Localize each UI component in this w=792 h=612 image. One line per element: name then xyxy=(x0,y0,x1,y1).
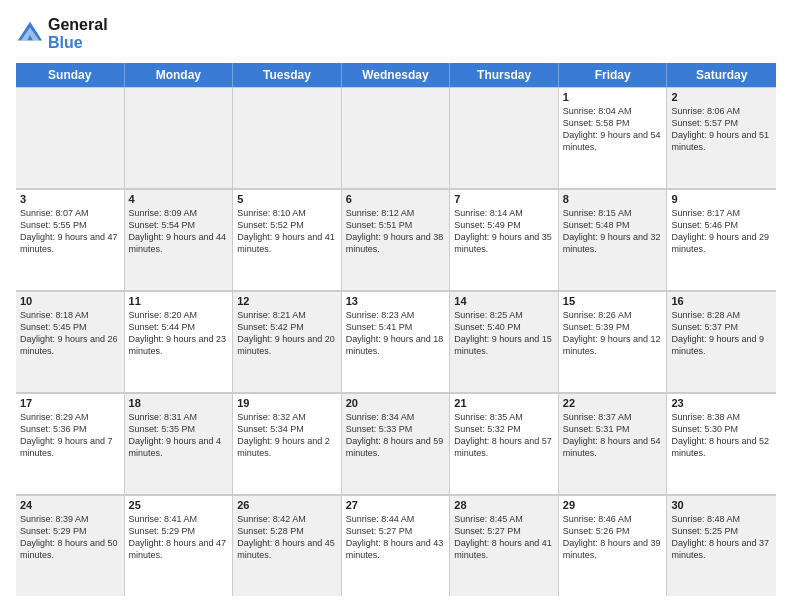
day-number: 27 xyxy=(346,499,446,511)
day-number: 3 xyxy=(20,193,120,205)
day-info: Sunrise: 8:07 AMSunset: 5:55 PMDaylight:… xyxy=(20,207,120,256)
calendar-body: 1Sunrise: 8:04 AMSunset: 5:58 PMDaylight… xyxy=(16,87,776,596)
day-header-friday: Friday xyxy=(559,63,668,87)
calendar-cell: 25Sunrise: 8:41 AMSunset: 5:29 PMDayligh… xyxy=(125,495,234,596)
calendar-cell: 6Sunrise: 8:12 AMSunset: 5:51 PMDaylight… xyxy=(342,189,451,290)
day-number: 23 xyxy=(671,397,772,409)
day-number: 5 xyxy=(237,193,337,205)
day-info: Sunrise: 8:29 AMSunset: 5:36 PMDaylight:… xyxy=(20,411,120,460)
day-number: 15 xyxy=(563,295,663,307)
day-info: Sunrise: 8:18 AMSunset: 5:45 PMDaylight:… xyxy=(20,309,120,358)
calendar-cell: 10Sunrise: 8:18 AMSunset: 5:45 PMDayligh… xyxy=(16,291,125,392)
logo-text: General Blue xyxy=(48,16,108,53)
calendar-cell: 8Sunrise: 8:15 AMSunset: 5:48 PMDaylight… xyxy=(559,189,668,290)
day-info: Sunrise: 8:06 AMSunset: 5:57 PMDaylight:… xyxy=(671,105,772,154)
day-number: 14 xyxy=(454,295,554,307)
calendar-cell xyxy=(16,87,125,188)
day-info: Sunrise: 8:17 AMSunset: 5:46 PMDaylight:… xyxy=(671,207,772,256)
calendar-cell: 20Sunrise: 8:34 AMSunset: 5:33 PMDayligh… xyxy=(342,393,451,494)
calendar-cell: 18Sunrise: 8:31 AMSunset: 5:35 PMDayligh… xyxy=(125,393,234,494)
day-info: Sunrise: 8:45 AMSunset: 5:27 PMDaylight:… xyxy=(454,513,554,562)
calendar-cell xyxy=(342,87,451,188)
calendar-week-2: 3Sunrise: 8:07 AMSunset: 5:55 PMDaylight… xyxy=(16,189,776,291)
day-info: Sunrise: 8:42 AMSunset: 5:28 PMDaylight:… xyxy=(237,513,337,562)
calendar-cell: 9Sunrise: 8:17 AMSunset: 5:46 PMDaylight… xyxy=(667,189,776,290)
day-number: 9 xyxy=(671,193,772,205)
page: General Blue SundayMondayTuesdayWednesda… xyxy=(0,0,792,612)
day-info: Sunrise: 8:23 AMSunset: 5:41 PMDaylight:… xyxy=(346,309,446,358)
calendar-cell xyxy=(450,87,559,188)
day-info: Sunrise: 8:37 AMSunset: 5:31 PMDaylight:… xyxy=(563,411,663,460)
day-info: Sunrise: 8:35 AMSunset: 5:32 PMDaylight:… xyxy=(454,411,554,460)
logo-icon xyxy=(16,20,44,48)
calendar-cell xyxy=(233,87,342,188)
day-number: 30 xyxy=(671,499,772,511)
day-number: 6 xyxy=(346,193,446,205)
day-info: Sunrise: 8:44 AMSunset: 5:27 PMDaylight:… xyxy=(346,513,446,562)
calendar-cell: 3Sunrise: 8:07 AMSunset: 5:55 PMDaylight… xyxy=(16,189,125,290)
day-number: 4 xyxy=(129,193,229,205)
calendar: SundayMondayTuesdayWednesdayThursdayFrid… xyxy=(16,63,776,596)
calendar-week-4: 17Sunrise: 8:29 AMSunset: 5:36 PMDayligh… xyxy=(16,393,776,495)
day-info: Sunrise: 8:25 AMSunset: 5:40 PMDaylight:… xyxy=(454,309,554,358)
day-number: 2 xyxy=(671,91,772,103)
day-number: 12 xyxy=(237,295,337,307)
day-info: Sunrise: 8:39 AMSunset: 5:29 PMDaylight:… xyxy=(20,513,120,562)
day-number: 18 xyxy=(129,397,229,409)
day-info: Sunrise: 8:41 AMSunset: 5:29 PMDaylight:… xyxy=(129,513,229,562)
calendar-cell: 11Sunrise: 8:20 AMSunset: 5:44 PMDayligh… xyxy=(125,291,234,392)
calendar-cell: 19Sunrise: 8:32 AMSunset: 5:34 PMDayligh… xyxy=(233,393,342,494)
calendar-cell: 30Sunrise: 8:48 AMSunset: 5:25 PMDayligh… xyxy=(667,495,776,596)
day-info: Sunrise: 8:32 AMSunset: 5:34 PMDaylight:… xyxy=(237,411,337,460)
day-header-monday: Monday xyxy=(125,63,234,87)
day-number: 20 xyxy=(346,397,446,409)
day-info: Sunrise: 8:14 AMSunset: 5:49 PMDaylight:… xyxy=(454,207,554,256)
day-number: 19 xyxy=(237,397,337,409)
calendar-cell: 17Sunrise: 8:29 AMSunset: 5:36 PMDayligh… xyxy=(16,393,125,494)
calendar-cell: 12Sunrise: 8:21 AMSunset: 5:42 PMDayligh… xyxy=(233,291,342,392)
day-info: Sunrise: 8:48 AMSunset: 5:25 PMDaylight:… xyxy=(671,513,772,562)
day-info: Sunrise: 8:12 AMSunset: 5:51 PMDaylight:… xyxy=(346,207,446,256)
day-number: 22 xyxy=(563,397,663,409)
day-number: 21 xyxy=(454,397,554,409)
calendar-cell: 23Sunrise: 8:38 AMSunset: 5:30 PMDayligh… xyxy=(667,393,776,494)
calendar-cell: 27Sunrise: 8:44 AMSunset: 5:27 PMDayligh… xyxy=(342,495,451,596)
calendar-cell xyxy=(125,87,234,188)
day-info: Sunrise: 8:34 AMSunset: 5:33 PMDaylight:… xyxy=(346,411,446,460)
calendar-cell: 2Sunrise: 8:06 AMSunset: 5:57 PMDaylight… xyxy=(667,87,776,188)
day-number: 24 xyxy=(20,499,120,511)
header: General Blue xyxy=(16,16,776,53)
day-number: 10 xyxy=(20,295,120,307)
day-info: Sunrise: 8:15 AMSunset: 5:48 PMDaylight:… xyxy=(563,207,663,256)
calendar-cell: 22Sunrise: 8:37 AMSunset: 5:31 PMDayligh… xyxy=(559,393,668,494)
day-info: Sunrise: 8:28 AMSunset: 5:37 PMDaylight:… xyxy=(671,309,772,358)
day-info: Sunrise: 8:21 AMSunset: 5:42 PMDaylight:… xyxy=(237,309,337,358)
day-number: 17 xyxy=(20,397,120,409)
calendar-cell: 14Sunrise: 8:25 AMSunset: 5:40 PMDayligh… xyxy=(450,291,559,392)
day-number: 26 xyxy=(237,499,337,511)
calendar-week-5: 24Sunrise: 8:39 AMSunset: 5:29 PMDayligh… xyxy=(16,495,776,596)
day-info: Sunrise: 8:10 AMSunset: 5:52 PMDaylight:… xyxy=(237,207,337,256)
calendar-cell: 16Sunrise: 8:28 AMSunset: 5:37 PMDayligh… xyxy=(667,291,776,392)
day-info: Sunrise: 8:46 AMSunset: 5:26 PMDaylight:… xyxy=(563,513,663,562)
calendar-cell: 1Sunrise: 8:04 AMSunset: 5:58 PMDaylight… xyxy=(559,87,668,188)
calendar-cell: 28Sunrise: 8:45 AMSunset: 5:27 PMDayligh… xyxy=(450,495,559,596)
calendar-week-1: 1Sunrise: 8:04 AMSunset: 5:58 PMDaylight… xyxy=(16,87,776,189)
calendar-cell: 21Sunrise: 8:35 AMSunset: 5:32 PMDayligh… xyxy=(450,393,559,494)
day-header-tuesday: Tuesday xyxy=(233,63,342,87)
day-number: 28 xyxy=(454,499,554,511)
calendar-cell: 15Sunrise: 8:26 AMSunset: 5:39 PMDayligh… xyxy=(559,291,668,392)
day-info: Sunrise: 8:04 AMSunset: 5:58 PMDaylight:… xyxy=(563,105,663,154)
day-number: 29 xyxy=(563,499,663,511)
day-info: Sunrise: 8:20 AMSunset: 5:44 PMDaylight:… xyxy=(129,309,229,358)
day-header-saturday: Saturday xyxy=(667,63,776,87)
day-number: 1 xyxy=(563,91,663,103)
logo: General Blue xyxy=(16,16,108,53)
day-header-thursday: Thursday xyxy=(450,63,559,87)
day-number: 8 xyxy=(563,193,663,205)
day-number: 11 xyxy=(129,295,229,307)
day-info: Sunrise: 8:26 AMSunset: 5:39 PMDaylight:… xyxy=(563,309,663,358)
day-info: Sunrise: 8:31 AMSunset: 5:35 PMDaylight:… xyxy=(129,411,229,460)
day-number: 7 xyxy=(454,193,554,205)
calendar-cell: 24Sunrise: 8:39 AMSunset: 5:29 PMDayligh… xyxy=(16,495,125,596)
